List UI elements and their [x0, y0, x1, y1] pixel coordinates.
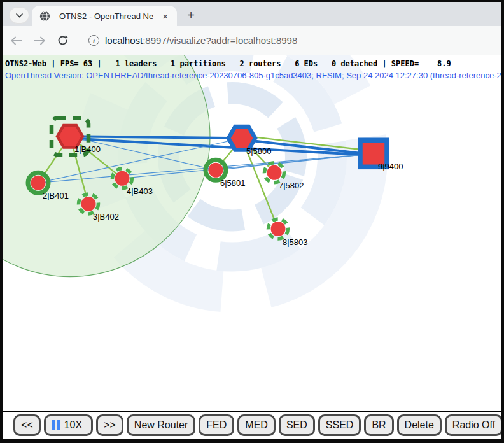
button-label: SED	[286, 419, 307, 431]
button-label: >>	[104, 419, 116, 431]
button-label: Delete	[405, 419, 434, 431]
browser-window: OTNS2 - OpenThread Ne × +	[0, 0, 504, 443]
node-shape	[31, 176, 46, 190]
node-label: 2|B401	[43, 191, 69, 200]
br-button[interactable]: BR	[364, 414, 393, 436]
bottom-toolbar: <<10X>>New RouterFEDMEDSEDSSEDBRDeleteRa…	[3, 411, 501, 439]
node-label: 5|5800	[246, 146, 271, 156]
node-label: 9|9400	[378, 162, 403, 171]
url-path: :8997/visualize?addr=localhost:8998	[143, 35, 297, 46]
globe-favicon-icon	[39, 11, 50, 22]
reload-icon	[57, 35, 68, 46]
button-label: FED	[206, 419, 227, 431]
button-label: BR	[372, 419, 386, 431]
node-shape	[267, 165, 282, 180]
node-9-9400[interactable]: 9|9400	[360, 140, 403, 171]
step-forward-button[interactable]: >>	[96, 414, 123, 436]
version-line: OpenThread Version: OPENTHREAD/thread-re…	[5, 71, 501, 80]
forward-button[interactable]	[30, 31, 49, 50]
canvas-area: 1|B4002|B4013|B4024|B4035|58006|58017|58…	[3, 55, 501, 411]
pause-icon	[52, 420, 60, 430]
site-info-icon[interactable]: i	[88, 35, 99, 46]
tab-otns2[interactable]: OTNS2 - OpenThread Ne ×	[32, 6, 177, 26]
node-label: 1|B400	[74, 144, 101, 154]
chevron-down-icon	[16, 13, 23, 18]
new-router-button[interactable]: New Router	[127, 414, 195, 436]
node-label: 4|B403	[127, 186, 153, 196]
simulation-canvas[interactable]: 1|B4002|B4013|B4024|B4035|58006|58017|58…	[3, 55, 501, 411]
node-label: 8|5803	[283, 237, 307, 247]
node-6-5801[interactable]: 6|5801	[206, 160, 245, 188]
address-bar[interactable]: i localhost:8997/visualize?addr=localhos…	[88, 35, 297, 46]
sed-button[interactable]: SED	[279, 414, 315, 436]
new-tab-button[interactable]: +	[183, 7, 199, 24]
node-shape	[271, 222, 286, 236]
speed-button[interactable]: 10X	[44, 414, 93, 436]
node-label: 3|B402	[93, 212, 119, 222]
arrow-right-icon	[34, 36, 45, 45]
tab-close-icon[interactable]: ×	[160, 11, 171, 21]
button-label: <<	[21, 419, 33, 431]
ssed-button[interactable]: SSED	[318, 414, 361, 436]
node-shape	[115, 171, 130, 186]
button-label: Radio Off	[452, 419, 495, 431]
button-label: SSED	[326, 419, 354, 431]
node-shape	[209, 163, 223, 178]
med-button[interactable]: MED	[237, 414, 276, 436]
status-line: OTNS2-Web | FPS= 63 | 1 leaders 1 partit…	[5, 59, 451, 68]
delete-button[interactable]: Delete	[397, 414, 442, 436]
arrow-left-icon	[11, 36, 22, 45]
radio-off-button[interactable]: Radio Off	[445, 414, 501, 436]
step-back-button[interactable]: <<	[13, 414, 41, 436]
button-label: New Router	[134, 419, 188, 431]
tab-title: OTNS2 - OpenThread Ne	[59, 11, 160, 21]
node-shape	[81, 197, 96, 211]
tab-search-button[interactable]	[9, 7, 29, 24]
url-host: localhost	[105, 35, 143, 46]
button-label: MED	[245, 419, 268, 431]
reload-button[interactable]	[53, 31, 72, 50]
node-label: 6|5801	[220, 178, 245, 188]
tab-strip: OTNS2 - OpenThread Ne × +	[3, 2, 501, 26]
fed-button[interactable]: FED	[199, 414, 234, 436]
button-label: 10X	[64, 419, 82, 431]
back-button[interactable]	[7, 31, 26, 50]
node-label: 7|5802	[279, 181, 304, 190]
navigation-bar: i localhost:8997/visualize?addr=localhos…	[3, 26, 501, 55]
